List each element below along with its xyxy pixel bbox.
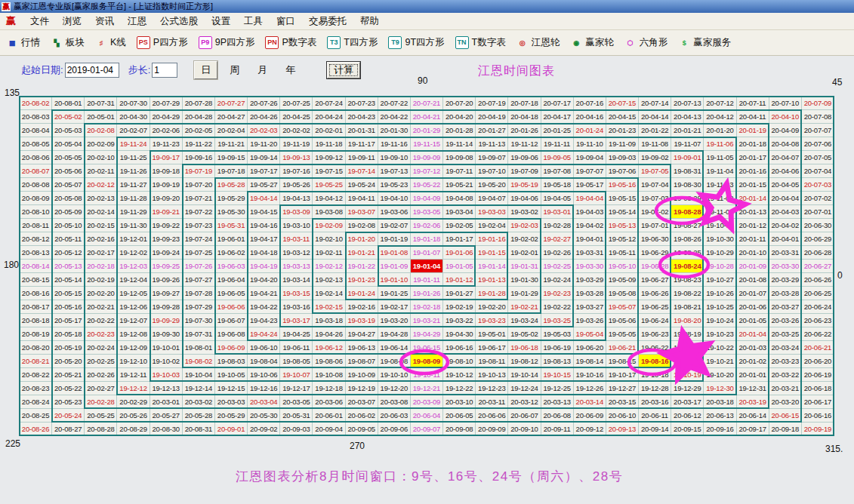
grid-cell[interactable]: 19-11-14	[443, 137, 476, 151]
grid-cell[interactable]: 20-08-06	[20, 151, 52, 164]
toolbar-button-赢家轮[interactable]: ◉赢家轮	[566, 34, 618, 51]
grid-cell[interactable]: 19-08-28	[671, 205, 704, 219]
grid-cell[interactable]: 20-03-19	[737, 395, 769, 409]
grid-cell[interactable]: 19-04-19	[248, 260, 280, 273]
grid-cell[interactable]: 19-05-22	[411, 178, 443, 192]
grid-cell[interactable]: 20-06-12	[671, 409, 704, 423]
grid-cell[interactable]: 19-12-06	[117, 300, 150, 314]
grid-cell[interactable]: 20-06-25	[802, 287, 834, 300]
grid-cell[interactable]: 20-05-16	[52, 300, 85, 314]
grid-cell[interactable]: 19-05-19	[508, 178, 541, 192]
grid-cell[interactable]: 20-03-09	[411, 395, 443, 409]
grid-cell[interactable]: 20-01-26	[508, 124, 541, 137]
grid-cell[interactable]: 19-09-02	[639, 151, 671, 164]
grid-cell[interactable]: 20-04-04	[769, 192, 802, 205]
grid-cell[interactable]: 20-05-09	[52, 205, 85, 219]
grid-cell[interactable]: 20-07-18	[508, 97, 541, 110]
grid-cell[interactable]: 20-07-23	[346, 97, 378, 110]
grid-cell[interactable]: 20-01-19	[737, 124, 769, 137]
grid-cell[interactable]: 20-08-24	[20, 395, 52, 409]
grid-cell[interactable]: 19-05-05	[606, 327, 639, 341]
grid-cell[interactable]: 20-01-03	[737, 341, 769, 355]
grid-cell[interactable]: 20-09-01	[215, 423, 248, 436]
grid-cell[interactable]: 20-01-30	[378, 124, 411, 137]
grid-cell[interactable]: 19-10-13	[476, 368, 508, 382]
grid-cell[interactable]: 20-06-02	[346, 409, 378, 423]
grid-cell[interactable]: 19-01-10	[378, 273, 411, 287]
grid-cell[interactable]: 20-03-07	[346, 395, 378, 409]
grid-cell[interactable]: 19-11-30	[117, 219, 150, 232]
grid-cell[interactable]: 19-08-27	[671, 219, 704, 232]
grid-cell[interactable]: 19-07-24	[183, 232, 215, 246]
grid-cell[interactable]: 19-07-30	[183, 314, 215, 327]
grid-cell[interactable]: 19-04-14	[248, 192, 280, 205]
grid-cell[interactable]: 19-08-19	[671, 327, 704, 341]
grid-cell[interactable]: 19-03-14	[280, 273, 313, 287]
grid-cell[interactable]: 19-08-30	[671, 178, 704, 192]
grid-cell[interactable]: 20-03-17	[671, 395, 704, 409]
grid-cell[interactable]: 20-08-17	[20, 300, 52, 314]
grid-cell[interactable]: 19-02-11	[313, 246, 345, 260]
grid-cell[interactable]: 19-09-28	[150, 300, 183, 314]
grid-cell[interactable]: 19-12-03	[117, 260, 150, 273]
grid-cell[interactable]: 20-01-04	[737, 327, 769, 341]
grid-cell[interactable]: 20-08-09	[20, 192, 52, 205]
grid-cell[interactable]: 19-05-09	[606, 273, 639, 287]
grid-cell[interactable]: 19-05-27	[248, 178, 280, 192]
grid-cell[interactable]: 20-05-20	[52, 355, 85, 368]
grid-cell[interactable]: 19-12-04	[117, 273, 150, 287]
grid-cell[interactable]: 20-07-05	[802, 151, 834, 164]
grid-cell[interactable]: 20-06-28	[802, 246, 834, 260]
grid-cell[interactable]: 19-03-02	[508, 205, 541, 219]
grid-cell[interactable]: 19-02-18	[411, 300, 443, 314]
grid-cell[interactable]: 19-01-23	[346, 273, 378, 287]
grid-cell[interactable]: 20-06-10	[606, 409, 639, 423]
grid-cell[interactable]: 19-03-23	[476, 314, 508, 327]
grid-cell[interactable]: 19-05-12	[606, 232, 639, 246]
grid-cell[interactable]: 20-07-10	[769, 97, 802, 110]
grid-cell[interactable]: 20-05-02	[52, 110, 85, 124]
grid-cell[interactable]: 19-03-13	[280, 260, 313, 273]
grid-cell[interactable]: 20-08-08	[20, 178, 52, 192]
grid-cell[interactable]: 19-06-25	[639, 300, 671, 314]
grid-cell[interactable]: 19-05-03	[541, 327, 574, 341]
grid-cell[interactable]: 20-04-25	[280, 110, 313, 124]
grid-cell[interactable]: 20-04-03	[769, 205, 802, 219]
grid-cell[interactable]: 20-01-01	[737, 368, 769, 382]
grid-cell[interactable]: 19-11-29	[117, 205, 150, 219]
grid-cell[interactable]: 20-09-14	[639, 423, 671, 436]
grid-cell[interactable]: 19-01-29	[508, 287, 541, 300]
grid-cell[interactable]: 19-10-20	[704, 368, 736, 382]
menu-item-9[interactable]: 交易委托	[302, 14, 353, 29]
grid-cell[interactable]: 19-12-01	[117, 232, 150, 246]
grid-cell[interactable]: 19-09-20	[150, 192, 183, 205]
grid-cell[interactable]: 20-03-10	[443, 395, 476, 409]
grid-cell[interactable]: 19-11-25	[117, 151, 150, 164]
toolbar-button-赢家服务[interactable]: $赢家服务	[674, 34, 735, 51]
grid-cell[interactable]: 20-01-31	[346, 124, 378, 137]
grid-cell[interactable]: 20-03-26	[769, 314, 802, 327]
grid-cell[interactable]: 20-09-03	[280, 423, 313, 436]
grid-cell[interactable]: 19-06-27	[639, 273, 671, 287]
grid-cell[interactable]: 20-05-18	[52, 327, 85, 341]
grid-cell[interactable]: 20-09-04	[313, 423, 345, 436]
grid-cell[interactable]: 20-03-31	[769, 246, 802, 260]
grid-cell[interactable]: 19-07-02	[639, 205, 671, 219]
grid-cell[interactable]: 19-01-05	[443, 260, 476, 273]
toolbar-button-P四方形[interactable]: PSP四方形	[132, 34, 193, 51]
grid-cell[interactable]: 20-08-13	[20, 246, 52, 260]
grid-cell[interactable]: 19-06-04	[215, 273, 248, 287]
grid-cell[interactable]: 20-04-20	[443, 110, 476, 124]
grid-cell[interactable]: 19-07-15	[313, 164, 345, 178]
grid-cell[interactable]: 20-07-25	[280, 97, 313, 110]
grid-cell[interactable]: 20-04-10	[769, 110, 802, 124]
grid-cell[interactable]: 20-03-03	[215, 395, 248, 409]
grid-cell[interactable]: 20-09-02	[248, 423, 280, 436]
grid-cell[interactable]: 19-11-15	[411, 137, 443, 151]
grid-cell[interactable]: 19-01-09	[378, 260, 411, 273]
menu-item-10[interactable]: 帮助	[353, 14, 386, 29]
grid-cell[interactable]: 19-04-05	[541, 192, 574, 205]
grid-cell[interactable]: 19-05-04	[574, 327, 606, 341]
grid-cell[interactable]: 19-02-10	[313, 232, 345, 246]
grid-cell[interactable]: 19-03-15	[280, 287, 313, 300]
